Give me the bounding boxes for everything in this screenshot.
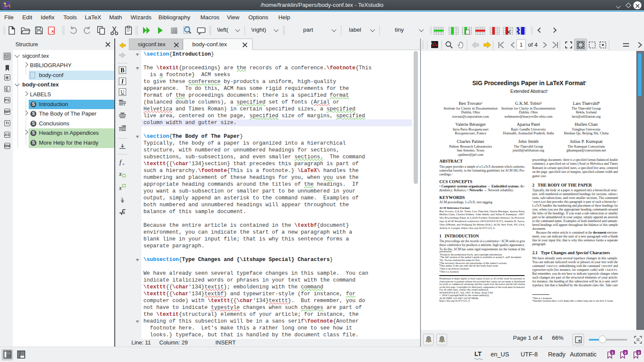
svg-text:U: U — [120, 89, 124, 95]
svg-text:1: 1 — [611, 351, 614, 355]
svg-text:I: I — [121, 78, 124, 84]
svg-text:a: a — [122, 210, 125, 215]
svg-text:2: 2 — [624, 351, 626, 355]
svg-text:×: × — [122, 162, 125, 166]
svg-text:3: 3 — [638, 351, 640, 355]
svg-text:x: x — [119, 185, 122, 191]
svg-text:B: B — [120, 67, 124, 74]
svg-text:x: x — [119, 171, 122, 177]
svg-text:f: f — [119, 159, 122, 166]
